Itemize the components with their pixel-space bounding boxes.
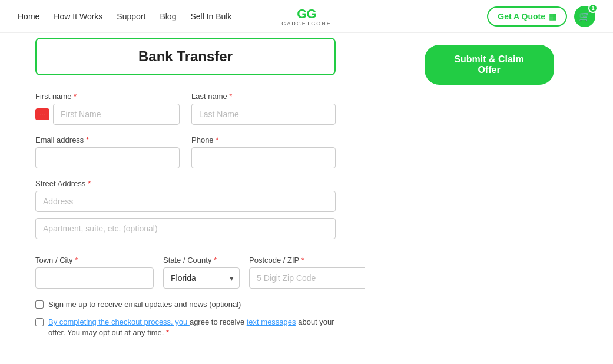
city-input[interactable] [35, 267, 154, 289]
zip-group: Postcode / ZIP * [249, 256, 365, 289]
nav-right: Get A Quote ▦ 🛒 1 [487, 6, 595, 27]
sms-checkbox[interactable] [35, 318, 44, 326]
sms-checkbox-row: By completing the checkout process, you … [35, 317, 336, 338]
right-panel: Submit & Claim Offer [365, 33, 613, 364]
city-group: Town / City * [35, 256, 154, 289]
logo-text: GG [297, 6, 316, 22]
quote-icon: ▦ [549, 12, 556, 21]
bank-transfer-header: Bank Transfer [35, 38, 336, 75]
newsletter-checkbox[interactable] [35, 300, 44, 309]
street-label: Street Address * [35, 179, 336, 188]
drag-icon: ··· [35, 108, 49, 120]
email-label: Email address * [35, 135, 180, 144]
main-layout: Bank Transfer First name * ··· Last name… [0, 33, 613, 364]
first-name-input[interactable] [53, 104, 180, 125]
last-name-label: Last name * [191, 92, 336, 101]
nav-sell-in-bulk[interactable]: Sell In Bulk [190, 12, 231, 21]
last-name-group: Last name * [191, 92, 336, 125]
phone-input[interactable] [191, 147, 336, 168]
email-input[interactable] [35, 147, 180, 168]
navbar: Home How It Works Support Blog Sell In B… [0, 0, 613, 33]
first-name-label: First name * [35, 92, 180, 101]
cart-badge: 1 [588, 4, 598, 13]
right-divider [383, 97, 595, 97]
address-section: Street Address * [35, 179, 336, 245]
state-group: State / County * Florida Alabama Califor… [163, 256, 240, 289]
cart-container: 🛒 1 [574, 6, 595, 27]
last-name-input[interactable] [191, 104, 336, 125]
nav-home[interactable]: Home [18, 12, 39, 21]
name-row: First name * ··· Last name * [35, 92, 336, 125]
quote-btn-label: Get A Quote [498, 12, 545, 21]
email-phone-row: Email address * Phone * [35, 135, 336, 168]
bank-transfer-title: Bank Transfer [37, 48, 334, 65]
city-state-zip-row: Town / City * State / County * Florida A… [35, 256, 336, 289]
phone-group: Phone * [191, 135, 336, 168]
apt-input[interactable] [35, 218, 336, 239]
get-quote-button[interactable]: Get A Quote ▦ [487, 6, 567, 27]
sms-label: By completing the checkout process, you … [48, 317, 336, 338]
nav-blog[interactable]: Blog [160, 12, 176, 21]
nav-how-it-works[interactable]: How It Works [54, 12, 102, 21]
zip-input[interactable] [249, 267, 365, 289]
nav-links: Home How It Works Support Blog Sell In B… [18, 12, 231, 21]
first-name-input-row: ··· [35, 104, 180, 125]
newsletter-checkbox-row: Sign me up to receive email updates and … [35, 299, 336, 310]
newsletter-label: Sign me up to receive email updates and … [48, 299, 241, 310]
email-group: Email address * [35, 135, 180, 168]
nav-support[interactable]: Support [117, 12, 145, 21]
state-select-wrapper: Florida Alabama California New York Texa… [163, 267, 240, 289]
state-select[interactable]: Florida Alabama California New York Texa… [163, 267, 240, 289]
submit-button[interactable]: Submit & Claim Offer [425, 45, 554, 85]
phone-label: Phone * [191, 135, 336, 144]
left-panel: Bank Transfer First name * ··· Last name… [0, 33, 365, 364]
logo-sub: GADGETGONE [281, 21, 332, 27]
logo: GG GADGETGONE [281, 6, 332, 27]
street-input[interactable] [35, 191, 336, 212]
first-name-group: First name * ··· [35, 92, 180, 125]
city-label: Town / City * [35, 256, 154, 264]
zip-label: Postcode / ZIP * [249, 256, 365, 264]
state-label: State / County * [163, 256, 240, 264]
cart-icon: 🛒 [579, 11, 591, 22]
